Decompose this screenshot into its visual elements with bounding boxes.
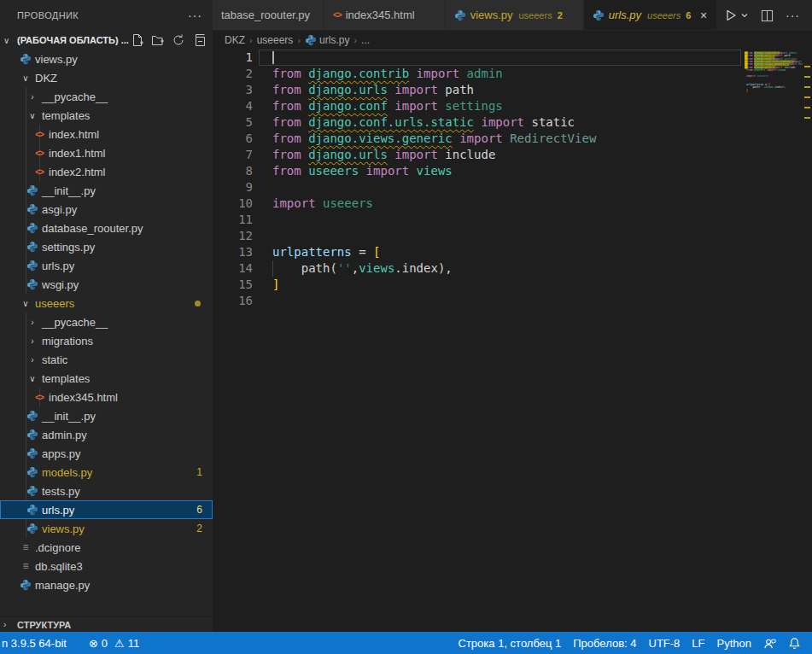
tree-file-asgi-py[interactable]: asgi.py [0,200,213,219]
tree-file-views-py[interactable]: views.py2 [0,519,213,538]
tree-item-slot: <> [32,167,46,177]
workspace-section-header[interactable]: ∨ (РАБОЧАЯ ОБЛАСТЬ) ... [0,31,213,50]
tree-file-admin-py[interactable]: admin.py [0,425,213,444]
tree-file-views-py[interactable]: views.py [0,50,213,68]
tree-item-label: index1.html [49,147,105,160]
tree-item-slot [26,184,39,196]
tree-item-slot [26,504,39,516]
tree-file-urls-py[interactable]: urls.py6 [0,500,213,519]
html-file-icon: <> [333,10,342,20]
tree-file-index-html[interactable]: <>index.html [0,125,213,143]
code-token: [ [373,245,380,259]
cursor-position-status[interactable]: Строка 1, столбец 1 [453,637,568,650]
python-file-icon [26,184,38,196]
tree-item-label: __init__.py [42,410,96,423]
breadcrumb-item[interactable]: DKZ [225,34,245,46]
tree-file-index1-html[interactable]: <>index1.html [0,143,213,162]
tab-tabase-roouter-py[interactable]: tabase_roouter.py [213,0,324,30]
tree-file-db-sqlite3[interactable]: ≡db.sqlite3 [0,557,213,575]
tree-file-tests-py[interactable]: tests.py [0,482,213,500]
tree-file-models-py[interactable]: models.py1 [0,463,213,482]
code-token: . [394,261,401,275]
tree-file--init-py[interactable]: __init__.py [0,406,213,425]
breadcrumb-file[interactable]: urls.py [319,34,349,46]
overview-warning-mark [804,76,810,78]
new-file-icon[interactable] [131,33,144,47]
python-file-icon [26,429,38,441]
encoding-status[interactable]: UTF-8 [643,637,686,650]
tree-item-slot [19,53,32,65]
tab-label: urls.py [609,9,641,21]
outline-section-header[interactable]: › СТРУКТУРА [0,616,213,632]
tree-folder-static[interactable]: ›static [0,350,213,369]
html-file-icon: <> [35,149,44,158]
feedback-icon[interactable] [757,637,782,650]
overview-ruler[interactable] [803,49,812,632]
tree-file-urls-py[interactable]: urls.py [0,256,213,275]
tab-views-py[interactable]: views.pyuseeers2 [446,0,584,30]
refresh-icon[interactable] [172,33,185,47]
tree-folder-migrations[interactable]: ›migrations [0,331,213,350]
code-token: import [388,83,445,96]
explorer-more-actions-icon[interactable]: ··· [188,9,202,22]
breadcrumb-separator-icon: › [248,35,254,45]
tree-file-index345-html[interactable]: <>index345.html [0,388,213,406]
tree-file-wsgi-py[interactable]: wsgi.py [0,275,213,294]
close-icon[interactable]: × [699,9,708,22]
code-editor[interactable]: 12from django.contrib import admin3from … [213,50,812,632]
more-actions-icon[interactable]: ··· [786,9,800,22]
tree-file--init-py[interactable]: __init__.py [0,181,213,200]
code-token: path [445,83,474,96]
new-folder-icon[interactable] [151,33,165,47]
html-file-icon: <> [35,130,44,139]
tree-file-settings-py[interactable]: settings.py [0,237,213,256]
interpreter-label: n 3.9.5 64-bit [2,637,67,650]
tab-urls-py[interactable]: urls.pyuseeers6× [584,0,717,30]
breadcrumb-item[interactable]: useeers [257,34,294,46]
code-token: import [453,131,510,145]
problems-status[interactable]: ⊗ 0 ⚠ 11 [83,637,145,650]
indentation-status[interactable]: Пробелов: 4 [567,637,642,650]
tab-problems-badge: 2 [558,10,563,20]
tab-index345-html[interactable]: <>index345.html [324,0,446,30]
tree-file-database-roouter-py[interactable]: database_roouter.py [0,219,213,237]
code-token: urlpatterns [272,245,352,259]
overview-warning-mark [804,66,810,67]
notifications-bell-icon[interactable] [782,637,807,650]
minimap[interactable]: from django.contrib import adminfrom dja… [745,49,803,219]
run-python-file-icon[interactable] [724,9,749,22]
breadcrumb-symbol-tail[interactable]: ... [361,34,370,46]
collapse-all-icon[interactable] [192,33,206,47]
tree-item-label: views.py [35,53,78,66]
python-file-icon [454,9,466,21]
tree-file--dcignore[interactable]: ≡.dcignore [0,538,213,557]
tree-item-label: DKZ [35,72,57,85]
tree-folder-dkz[interactable]: ∨DKZ [0,68,213,87]
code-token: RedirectView [510,131,596,145]
code-token: ( [330,261,336,275]
tree-folder-useeers[interactable]: ∨useeers [0,294,213,312]
code-line-text: import useeers [272,196,373,212]
code-token: ), [438,261,453,275]
language-mode-status[interactable]: Python [711,637,757,650]
explorer-sidebar: ПРОВОДНИК ··· ∨ (РАБОЧАЯ ОБЛАСТЬ) ... vi… [0,0,213,632]
line-number: 13 [213,244,253,260]
tree-folder--pycache-[interactable]: ›__pycache__ [0,87,213,106]
tree-file-index2-html[interactable]: <>index2.html [0,162,213,181]
tree-file-manage-py[interactable]: manage.py [0,575,213,594]
tree-folder-templates[interactable]: ∨templates [0,369,213,388]
eol-status[interactable]: LF [686,637,710,650]
tree-item-label: index.html [49,128,99,141]
python-interpreter-status[interactable]: n 3.9.5 64-bit [0,637,73,650]
error-icon: ⊗ [89,637,98,650]
chevron-down-icon: ∨ [3,36,17,45]
tree-item-label: templates [42,372,90,385]
code-token: import [388,99,445,113]
tree-folder--pycache-[interactable]: ›__pycache__ [0,312,213,331]
tree-file-apps-py[interactable]: apps.py [0,444,213,463]
python-file-icon [26,447,38,459]
split-editor-icon[interactable] [761,9,774,22]
status-bar: n 3.9.5 64-bit ⊗ 0 ⚠ 11 Строка 1, столбе… [0,632,812,654]
tree-item-slot [19,579,32,591]
tree-folder-templates[interactable]: ∨templates [0,106,213,125]
